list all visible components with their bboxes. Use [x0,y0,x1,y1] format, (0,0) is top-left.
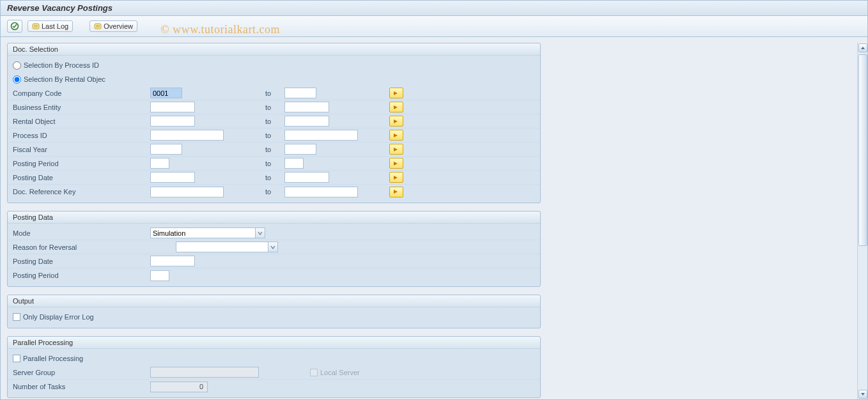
scroll-thumb[interactable] [858,54,867,246]
radio-process-input[interactable] [13,61,21,70]
reason-dropdown-arrow[interactable] [268,242,277,252]
posting-date-to-input[interactable] [284,172,329,183]
label-posting-period: Posting Period [13,160,150,167]
posting-period-from-input[interactable] [150,158,169,169]
row-business-entity: Business Entity to [8,100,540,114]
process-id-multi-select-button[interactable] [389,130,403,141]
svg-rect-4 [95,24,101,29]
doc-ref-key-to-input[interactable] [284,187,358,197]
triangle-down-icon [860,392,865,396]
server-group-input[interactable] [150,367,259,378]
local-server-label: Local Server [320,369,360,376]
parallel-chk-label: Parallel Processing [23,355,83,362]
arrow-right-icon [393,133,399,138]
execute-icon [10,22,19,31]
only-error-log-checkbox[interactable] [13,313,20,321]
only-error-log-label: Only Display Error Log [23,313,94,321]
fiscal-year-multi-select-button[interactable] [389,144,403,155]
business-entity-multi-select-button[interactable] [389,102,403,112]
rental-object-to-input[interactable] [284,116,329,127]
process-id-to-input[interactable] [284,130,358,141]
label-fiscal-year: Fiscal Year [13,146,150,153]
label-business-entity: Business Entity [13,104,150,111]
group-doc-selection-title: Doc. Selection [8,43,540,56]
group-posting-data: Posting Data Mode Reason for Reversal [7,211,541,287]
row-mode: Mode [8,226,540,240]
row-rental-object: Rental Object to [8,114,540,128]
row-only-error-log[interactable]: Only Display Error Log [8,310,540,324]
mode-dropdown-arrow[interactable] [255,228,265,238]
scroll-down-button[interactable] [858,390,867,399]
label-company-code: Company Code [13,89,150,97]
company-code-multi-select-button[interactable] [389,88,403,98]
local-server-checkbox [310,369,318,376]
radio-selection-by-process-id[interactable]: Selection By Process ID [8,58,540,72]
reason-dropdown[interactable] [176,242,278,252]
group-doc-selection: Doc. Selection Selection By Process ID S… [7,43,541,203]
page-title: Reverse Vacancy Postings [7,3,112,13]
doc-ref-key-multi-select-button[interactable] [389,187,403,197]
posting-period-to-input[interactable] [284,158,304,169]
doc-ref-key-from-input[interactable] [150,187,224,197]
row-company-code: Company Code to [8,86,540,100]
company-code-from-input[interactable] [150,88,182,98]
vertical-scrollbar[interactable] [857,43,867,399]
scroll-icon [94,22,102,30]
label-num-tasks: Number of Tasks [13,383,150,390]
arrow-right-icon [393,175,399,180]
fiscal-year-to-input[interactable] [284,144,316,155]
posting-date-multi-select-button[interactable] [389,172,403,183]
fiscal-year-from-input[interactable] [150,144,182,155]
last-log-button[interactable]: Last Log [27,20,73,32]
row-fiscal-year: Fiscal Year to [8,142,540,157]
triangle-up-icon [860,46,865,50]
posting-period-multi-select-button[interactable] [389,158,403,169]
overview-label: Overview [104,22,133,30]
posting-date-from-input[interactable] [150,172,195,183]
arrow-right-icon [393,161,399,166]
row-parallel-chk[interactable]: Parallel Processing [8,351,540,365]
toolbar: Last Log Overview [1,16,867,37]
row-doc-ref-key: Doc. Reference Key to [8,185,540,199]
arrow-right-icon [393,119,399,124]
label-rental-object: Rental Object [13,118,150,125]
label-server-group: Server Group [13,369,150,376]
process-id-from-input[interactable] [150,130,224,141]
label-doc-ref-key: Doc. Reference Key [13,188,150,196]
label-pd-posting-date: Posting Date [13,258,150,265]
inner-area: Doc. Selection Selection By Process ID S… [7,43,541,398]
company-code-to-input[interactable] [284,88,316,98]
pd-posting-date-input[interactable] [150,256,195,266]
row-server-group: Server Group Local Server [8,365,540,380]
label-mode: Mode [13,229,150,237]
svg-rect-1 [33,24,39,29]
label-posting-date: Posting Date [13,174,150,181]
rental-object-multi-select-button[interactable] [389,116,403,127]
row-pd-posting-period: Posting Period [8,268,540,282]
business-entity-to-input[interactable] [284,102,329,112]
radio-rental-input[interactable] [13,75,21,84]
label-process-id: Process ID [13,132,150,139]
group-parallel: Parallel Processing Parallel Processing … [7,336,541,398]
radio-selection-by-rental-object[interactable]: Selection By Rental Objec [8,72,540,86]
row-num-tasks: Number of Tasks [8,380,540,394]
radio-process-label: Selection By Process ID [24,61,99,69]
row-reason-reversal: Reason for Reversal [8,240,540,254]
radio-rental-label: Selection By Rental Objec [24,75,105,83]
scroll-icon [32,22,40,30]
scroll-up-button[interactable] [858,43,867,52]
arrow-right-icon [393,105,399,110]
label-reason-reversal: Reason for Reversal [13,243,150,251]
business-entity-from-input[interactable] [150,102,195,112]
parallel-checkbox[interactable] [13,355,20,362]
execute-button[interactable] [7,20,22,33]
title-bar: Reverse Vacancy Postings [1,1,867,16]
mode-dropdown[interactable] [150,227,265,238]
arrow-right-icon [393,147,399,152]
chevron-down-icon [270,245,275,249]
pd-posting-period-input[interactable] [150,270,169,281]
num-tasks-input[interactable] [150,381,208,392]
content-area: Doc. Selection Selection By Process ID S… [7,43,856,399]
overview-button[interactable]: Overview [89,20,137,32]
rental-object-from-input[interactable] [150,116,195,127]
